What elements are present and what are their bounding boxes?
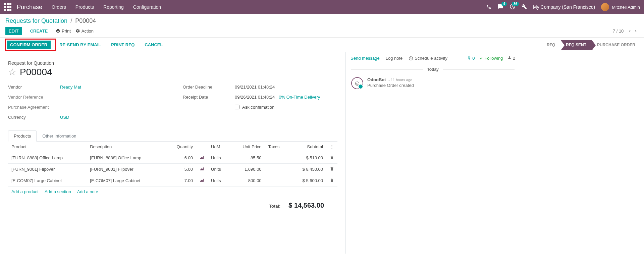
cell-description: [FURN_8888] Office Lamp xyxy=(87,152,165,164)
nav-configuration[interactable]: Configuration xyxy=(133,4,161,10)
attachments-count[interactable]: 0 xyxy=(467,56,475,61)
log-note-link[interactable]: Log note xyxy=(386,56,403,61)
create-button[interactable]: CREATE xyxy=(27,27,51,35)
cell-description: [E-COM07] Large Cabinet xyxy=(87,175,165,186)
confirm-order-button[interactable]: CONFIRM ORDER xyxy=(7,41,51,49)
paperclip-icon xyxy=(467,56,471,60)
following-toggle[interactable]: ✓ Following xyxy=(480,56,503,61)
nav-reporting[interactable]: Reporting xyxy=(103,4,124,10)
edit-button[interactable]: EDIT xyxy=(5,27,22,35)
gear-icon xyxy=(75,29,80,33)
cell-price: 85.50 xyxy=(230,152,265,164)
chatter-date-separator: Today xyxy=(423,67,442,72)
print-rfq-button[interactable]: PRINT RFQ xyxy=(108,41,138,49)
debug-icon[interactable] xyxy=(522,4,527,10)
table-row[interactable]: [FURN_8888] Office Lamp[FURN_8888] Offic… xyxy=(8,152,337,164)
col-unit-price: Unit Price xyxy=(230,142,265,152)
cancel-button[interactable]: CANCEL xyxy=(141,41,166,49)
table-optional-columns[interactable]: ⋮ xyxy=(326,142,337,152)
delete-row-icon[interactable] xyxy=(326,175,337,186)
tab-products[interactable]: Products xyxy=(8,130,37,142)
cell-taxes xyxy=(265,164,289,175)
col-quantity: Quantity xyxy=(165,142,196,152)
add-product-link[interactable]: Add a product xyxy=(11,189,39,194)
send-message-link[interactable]: Send message xyxy=(351,56,380,61)
nav-products[interactable]: Products xyxy=(75,4,94,10)
app-brand[interactable]: Purchase xyxy=(17,4,42,11)
activity-badge: 36 xyxy=(512,2,519,6)
col-subtotal: Subtotal xyxy=(289,142,326,152)
resend-email-button[interactable]: RE-SEND BY EMAIL xyxy=(56,41,104,49)
cell-price: 1,690.00 xyxy=(230,164,265,175)
messages-icon[interactable]: 4 xyxy=(497,4,503,11)
message-author[interactable]: OdooBot xyxy=(367,77,386,82)
stage-purchase-order[interactable]: PURCHASE ORDER xyxy=(592,40,641,50)
cell-taxes xyxy=(265,175,289,186)
breadcrumb-root[interactable]: Requests for Quotation xyxy=(5,17,67,24)
control-panel: Requests for Quotation / P00004 EDIT CRE… xyxy=(0,14,644,38)
message-body: Purchase Order created xyxy=(367,83,414,88)
col-product: Product xyxy=(8,142,87,152)
order-lines-table: Product Description Quantity UoM Unit Pr… xyxy=(8,142,337,186)
order-deadline-label: Order Deadline xyxy=(183,85,235,90)
apps-icon[interactable] xyxy=(4,3,12,11)
action-dropdown[interactable]: Action xyxy=(75,29,94,34)
cell-subtotal: $ 8,450.00 xyxy=(289,164,326,175)
cell-taxes xyxy=(265,152,289,164)
delete-row-icon[interactable] xyxy=(326,164,337,175)
user-avatar-icon xyxy=(601,3,609,11)
form-sheet: Request for Quotation ☆ P00004 Vendor Re… xyxy=(0,52,345,254)
print-dropdown[interactable]: Print xyxy=(56,29,71,34)
cell-subtotal: $ 513.00 xyxy=(289,152,326,164)
tab-other-information[interactable]: Other Information xyxy=(37,130,82,142)
followers-count[interactable]: 2 xyxy=(507,56,515,61)
add-section-link[interactable]: Add a section xyxy=(45,189,71,194)
messages-badge: 4 xyxy=(501,2,507,6)
table-row[interactable]: [FURN_9001] Flipover[FURN_9001] Flipover… xyxy=(8,164,337,175)
vendor-ref-label: Vendor Reference xyxy=(8,95,60,100)
receipt-date-label: Receipt Date xyxy=(183,95,235,100)
ontime-delivery-link[interactable]: 0% On-Time Delivery xyxy=(279,95,320,100)
schedule-activity-link[interactable]: Schedule activity xyxy=(409,56,447,61)
breadcrumb-current: P00004 xyxy=(75,17,96,24)
add-note-link[interactable]: Add a note xyxy=(77,189,98,194)
forecast-icon[interactable] xyxy=(196,175,208,186)
currency-field[interactable]: USD xyxy=(60,115,69,120)
notebook-tabs: Products Other Information xyxy=(8,130,337,142)
cell-uom: Units xyxy=(208,164,230,175)
order-deadline-field: 09/21/2021 01:48:24 xyxy=(235,85,275,90)
pager-next[interactable]: › xyxy=(633,26,639,35)
breadcrumb: Requests for Quotation / P00004 xyxy=(5,17,639,24)
record-name: P00004 xyxy=(20,67,52,77)
col-description: Description xyxy=(87,142,165,152)
pager-prev[interactable]: ‹ xyxy=(627,26,633,35)
col-taxes: Taxes xyxy=(265,142,289,152)
cell-product: [FURN_9001] Flipover xyxy=(8,164,87,175)
pager-value[interactable]: 7 / 10 xyxy=(613,29,624,34)
nav-orders[interactable]: Orders xyxy=(52,4,66,10)
cell-product: [FURN_8888] Office Lamp xyxy=(8,152,87,164)
chatter: Send message Log note Schedule activity … xyxy=(345,52,520,254)
cell-product: [E-COM07] Large Cabinet xyxy=(8,175,87,186)
user-menu[interactable]: Mitchell Admin xyxy=(601,3,640,11)
cell-description: [FURN_9001] Flipover xyxy=(87,164,165,175)
cell-price: 800.00 xyxy=(230,175,265,186)
message-time: - 11 hours ago xyxy=(388,78,412,82)
stage-rfq-sent[interactable]: RFQ SENT xyxy=(560,40,592,50)
delete-row-icon[interactable] xyxy=(326,152,337,164)
forecast-icon[interactable] xyxy=(196,164,208,175)
status-stages: RFQ RFQ SENT PURCHASE ORDER xyxy=(541,40,641,50)
vendor-field[interactable]: Ready Mat xyxy=(60,85,81,90)
company-selector[interactable]: My Company (San Francisco) xyxy=(533,4,595,10)
activity-icon[interactable]: 36 xyxy=(509,4,516,11)
cell-quantity: 5.00 xyxy=(165,164,196,175)
table-row[interactable]: [E-COM07] Large Cabinet[E-COM07] Large C… xyxy=(8,175,337,186)
chatter-message: ☺ OdooBot - 11 hours ago Purchase Order … xyxy=(346,74,520,92)
ask-confirmation-checkbox[interactable] xyxy=(235,105,239,109)
stage-rfq[interactable]: RFQ xyxy=(541,40,560,50)
forecast-icon[interactable] xyxy=(196,152,208,164)
priority-star-icon[interactable]: ☆ xyxy=(8,66,16,77)
clock-icon xyxy=(409,56,413,61)
phone-icon[interactable] xyxy=(486,4,491,10)
ask-confirmation-label: Ask confirmation xyxy=(242,105,274,110)
